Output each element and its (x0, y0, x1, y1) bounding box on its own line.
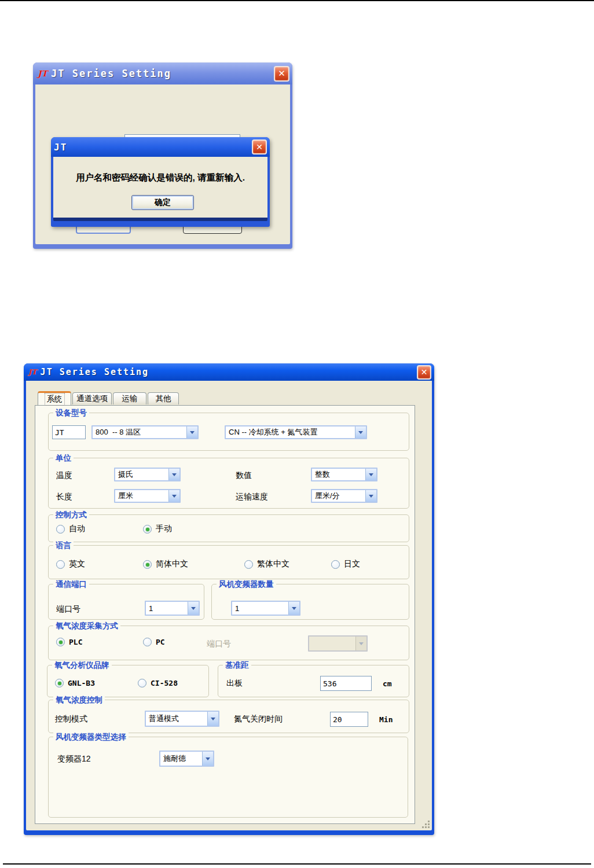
group-language: 语言 英文 简体中文 繁体中文 日文 (48, 545, 409, 579)
radio-plc[interactable]: PLC (56, 638, 82, 646)
group-device-model-label: 设备型号 (53, 408, 89, 418)
radio-icon (244, 560, 253, 569)
close-icon: ✕ (421, 367, 428, 377)
control-mode-combo[interactable]: 普通模式 (145, 711, 219, 727)
group-control-mode-label: 控制方式 (53, 510, 89, 520)
radio-pc[interactable]: PC (143, 638, 165, 646)
error-titlebar[interactable]: JT ✕ (51, 137, 270, 157)
group-oxygen-control: 氧气浓度控制 控制模式 普通模式 氮气关闭时间 Min (48, 700, 409, 733)
radio-simplified-chinese[interactable]: 简体中文 (143, 559, 188, 569)
jt-logo-icon: JT (28, 368, 37, 376)
settings-close-button[interactable]: ✕ (417, 365, 431, 380)
numeric-combo[interactable]: 整数 (311, 468, 377, 481)
speed-label: 运输速度 (236, 492, 268, 502)
login-title: JT Series Setting (51, 68, 171, 79)
group-oxygen-analyzer-label: 氧气分析仪品牌 (52, 660, 112, 671)
login-dialog: JT JT Series Setting ✕ 用户名 JT ✕ 用户名和密码经确… (33, 62, 292, 249)
radio-icon (56, 525, 65, 534)
error-body: 用户名和密码经确认是错误的, 请重新输入. 确定 (53, 157, 267, 221)
jt-logo-icon: JT (38, 69, 47, 78)
tab-transport[interactable]: 运输 (113, 392, 146, 404)
group-base-distance: 基准距 出板 cm (218, 665, 409, 697)
length-combo[interactable]: 厘米 (114, 489, 181, 503)
group-oxygen-sampling: 氧气浓度采集方式 PLC PC 端口号 (48, 626, 409, 660)
group-base-distance-label: 基准距 (223, 660, 251, 671)
settings-title: JT Series Setting (41, 367, 149, 377)
radio-traditional-chinese[interactable]: 繁体中文 (244, 559, 289, 569)
radio-gnl-b3[interactable]: GNL-B3 (55, 679, 95, 687)
tab-channel-options[interactable]: 通道选项 (72, 392, 112, 404)
nitrogen-close-time-unit: Min (379, 715, 393, 724)
temperature-combo[interactable]: 摄氏 (114, 468, 181, 481)
tab-system[interactable]: 系统 (38, 391, 71, 405)
base-distance-unit: cm (383, 679, 392, 688)
fan-inverter-count-combo[interactable]: 1 (231, 601, 300, 616)
error-close-button[interactable]: ✕ (252, 139, 267, 155)
sampling-port-combo-disabled (308, 635, 368, 652)
board-exit-label: 出板 (226, 678, 243, 689)
radio-icon (331, 560, 340, 569)
dropdown-arrow-icon (355, 426, 366, 438)
sampling-port-label: 端口号 (207, 639, 231, 649)
login-titlebar[interactable]: JT JT Series Setting ✕ (33, 62, 292, 84)
error-title: JT (54, 142, 67, 153)
radio-auto[interactable]: 自动 (56, 524, 85, 534)
tab-other[interactable]: 其他 (148, 392, 179, 404)
speed-combo[interactable]: 厘米/分 (311, 489, 377, 503)
zone-combo[interactable]: 800 -- 8 温区 (91, 425, 199, 439)
group-fan-inverter-type: 风机变频器类型选择 变频器12 施耐德 (48, 737, 408, 818)
port-number-combo[interactable]: 1 (145, 601, 200, 616)
page-rule-bottom (3, 863, 591, 865)
radio-selected-icon (143, 525, 152, 534)
group-comm-port: 通信端口 端口号 1 (48, 584, 204, 620)
settings-dialog: JT JT Series Setting ✕ 系统 通道选项 运输 其他 设备型… (24, 363, 434, 835)
dropdown-arrow-icon (186, 426, 197, 438)
radio-ci-528[interactable]: CI-528 (138, 679, 178, 687)
group-fan-inverter-count: 风机变频器数量 1 (211, 584, 409, 620)
length-label: 长度 (56, 492, 72, 502)
group-comm-port-label: 通信端口 (53, 579, 89, 590)
resize-grip[interactable] (422, 821, 430, 829)
radio-selected-icon (56, 638, 65, 646)
nitrogen-close-time-input[interactable] (330, 712, 368, 727)
settings-titlebar[interactable]: JT JT Series Setting ✕ (24, 363, 434, 381)
radio-japanese[interactable]: 日文 (331, 559, 360, 569)
close-icon: ✕ (278, 68, 285, 79)
group-language-label: 语言 (53, 540, 74, 551)
ok-button[interactable]: 确定 (131, 195, 194, 210)
model-prefix-input[interactable] (52, 425, 86, 439)
group-units-label: 单位 (53, 453, 74, 464)
group-oxygen-sampling-label: 氧气浓度采集方式 (53, 621, 120, 631)
tab-page-system: 设备型号 800 -- 8 温区 CN -- 冷却系统 + 氮气装置 单位 温度… (35, 405, 415, 824)
error-dialog: JT ✕ 用户名和密码经确认是错误的, 请重新输入. 确定 (51, 137, 270, 227)
dropdown-arrow-icon (168, 490, 179, 502)
temperature-label: 温度 (56, 470, 72, 481)
control-mode-label: 控制模式 (55, 714, 87, 724)
group-control-mode: 控制方式 自动 手动 (48, 514, 409, 542)
dropdown-arrow-icon (365, 490, 376, 502)
radio-icon (56, 560, 65, 569)
config-combo[interactable]: CN -- 冷却系统 + 氮气装置 (225, 425, 367, 439)
radio-english[interactable]: 英文 (56, 559, 85, 569)
numeric-label: 数值 (236, 470, 252, 481)
dropdown-arrow-icon (202, 752, 213, 766)
inverter-12-label: 变频器12 (57, 754, 91, 764)
login-body: 用户名 JT ✕ 用户名和密码经确认是错误的, 请重新输入. 确定 (35, 84, 290, 244)
group-fan-inverter-count-label: 风机变频器数量 (217, 579, 276, 590)
group-units: 单位 温度 摄氏 数值 整数 长度 厘米 运输速度 厘米/分 (48, 458, 409, 509)
error-message: 用户名和密码经确认是错误的, 请重新输入. (53, 172, 267, 184)
radio-icon (138, 679, 146, 687)
radio-selected-icon (55, 679, 64, 687)
settings-body: 系统 通道选项 运输 其他 设备型号 800 -- 8 温区 (26, 381, 432, 830)
radio-manual[interactable]: 手动 (143, 524, 172, 534)
dropdown-arrow-icon (207, 712, 218, 726)
group-oxygen-control-label: 氧气浓度控制 (53, 695, 105, 705)
dropdown-arrow-icon (188, 602, 199, 615)
close-icon: ✕ (256, 142, 263, 152)
inverter-type-combo[interactable]: 施耐德 (159, 751, 214, 767)
port-number-label: 端口号 (56, 604, 80, 615)
dropdown-arrow-icon (288, 602, 299, 615)
login-close-button[interactable]: ✕ (274, 66, 289, 82)
base-distance-input[interactable] (320, 676, 372, 691)
dropdown-arrow-icon (168, 469, 179, 480)
